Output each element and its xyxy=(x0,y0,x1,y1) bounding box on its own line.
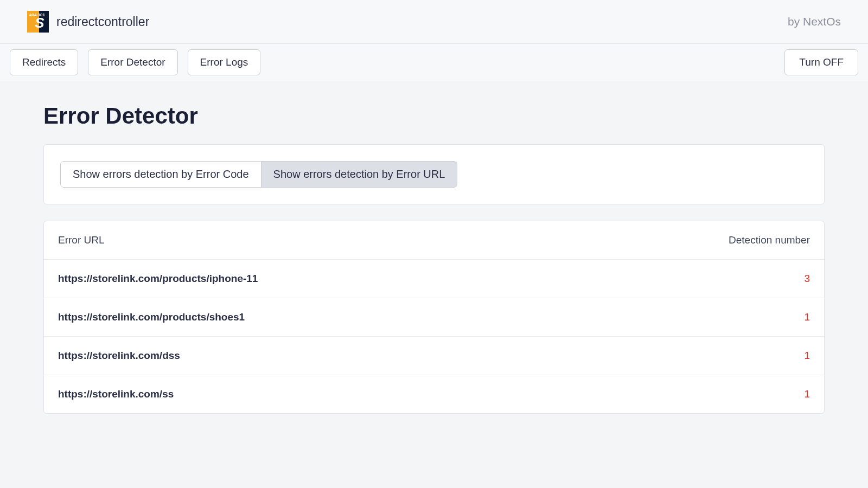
segment-by-error-url[interactable]: Show errors detection by Error URL xyxy=(261,161,458,188)
navbar: Redirects Error Detector Error Logs Turn… xyxy=(0,44,868,81)
table-header: Error URL Detection number xyxy=(44,221,824,260)
column-detection-number: Detection number xyxy=(729,234,810,246)
brand-logo-icon: 404 301 S xyxy=(27,11,49,33)
tab-error-detector[interactable]: Error Detector xyxy=(88,49,177,75)
segmented-control: Show errors detection by Error Code Show… xyxy=(60,161,457,188)
byline: by NextOs xyxy=(788,15,841,28)
column-error-url: Error URL xyxy=(58,234,105,246)
logo-codes: 404 301 xyxy=(29,13,45,17)
page-title: Error Detector xyxy=(43,103,825,129)
cell-count: 1 xyxy=(804,388,810,400)
tab-redirects[interactable]: Redirects xyxy=(10,49,78,75)
turn-off-button[interactable]: Turn OFF xyxy=(784,49,858,75)
cell-count: 1 xyxy=(804,311,810,323)
brand: 404 301 S redirectcontroller xyxy=(27,11,149,33)
table-row[interactable]: https://storelink.com/products/shoes1 1 xyxy=(44,298,824,337)
cell-count: 1 xyxy=(804,350,810,362)
table-row[interactable]: https://storelink.com/products/iphone-11… xyxy=(44,260,824,298)
segmented-card: Show errors detection by Error Code Show… xyxy=(43,144,825,204)
cell-url: https://storelink.com/products/shoes1 xyxy=(58,311,245,323)
brand-name: redirectcontroller xyxy=(56,15,149,29)
topbar: 404 301 S redirectcontroller by NextOs xyxy=(0,0,868,44)
table-row[interactable]: https://storelink.com/ss 1 xyxy=(44,375,824,413)
segment-by-error-code[interactable]: Show errors detection by Error Code xyxy=(60,161,261,188)
cell-url: https://storelink.com/products/iphone-11 xyxy=(58,273,258,285)
error-url-table: Error URL Detection number https://store… xyxy=(43,221,825,414)
tab-error-logs[interactable]: Error Logs xyxy=(188,49,261,75)
table-row[interactable]: https://storelink.com/dss 1 xyxy=(44,337,824,375)
nav-tabs: Redirects Error Detector Error Logs xyxy=(10,49,260,75)
content: Error Detector Show errors detection by … xyxy=(0,81,868,435)
cell-url: https://storelink.com/dss xyxy=(58,350,180,362)
cell-url: https://storelink.com/ss xyxy=(58,388,174,400)
cell-count: 3 xyxy=(804,273,810,285)
